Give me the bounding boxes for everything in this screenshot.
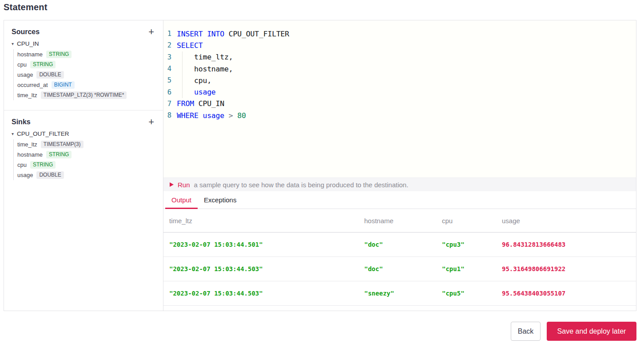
code-text: hostname,	[177, 65, 233, 73]
field-type-badge: TIMESTAMP_LTZ(3) *ROWTIME*	[41, 91, 127, 99]
column-header: usage	[502, 217, 636, 225]
sinks-title: Sinks	[12, 118, 31, 126]
field-name: hostname	[17, 151, 43, 158]
field-type-badge: STRING	[30, 61, 56, 68]
column-header: cpu	[442, 217, 502, 225]
add-sink-button[interactable]: +	[148, 118, 154, 126]
code-token	[224, 111, 229, 120]
field-name: hostname	[17, 51, 43, 58]
back-button[interactable]: Back	[511, 322, 541, 341]
line-number: 5	[163, 76, 177, 84]
code-text: WHERE usage > 80	[177, 111, 246, 120]
tab-output[interactable]: Output	[165, 191, 198, 209]
code-line: 4 hostname,	[163, 63, 636, 75]
table-cell: "doc"	[364, 241, 442, 248]
field-name: usage	[17, 172, 33, 178]
sinks-panel-header: Sinks +	[12, 118, 154, 126]
table-row: "2023-02-07 15:03:44.501""doc""cpu3"96.8…	[163, 233, 636, 257]
code-token: time_ltz,	[177, 53, 233, 61]
caret-down-icon: ▾	[12, 41, 14, 46]
table-cell: "2023-02-07 15:03:44.501"	[169, 241, 364, 248]
code-line: 3 time_ltz,	[163, 51, 636, 63]
column-header: hostname	[364, 217, 442, 225]
sink-table-name: CPU_OUT_FILTER	[17, 130, 69, 137]
sources-panel-header: Sources +	[12, 28, 154, 36]
output-table-body: "2023-02-07 15:03:44.501""doc""cpu3"96.8…	[163, 233, 636, 306]
run-message: a sample query to see how the data is be…	[194, 181, 409, 189]
field-row: occurred_atBIGINT	[17, 80, 154, 90]
field-type-badge: BIGINT	[52, 81, 75, 89]
output-table-header: time_ltzhostnamecpuusage	[163, 209, 636, 233]
field-row: time_ltzTIMESTAMP(3)	[17, 139, 154, 150]
sources-title: Sources	[12, 28, 40, 36]
indent-guide	[182, 51, 183, 98]
code-token: FROM	[177, 99, 194, 108]
field-type-badge: DOUBLE	[36, 71, 64, 79]
field-row: hostnameSTRING	[17, 150, 154, 160]
field-row: cpuSTRING	[17, 59, 154, 70]
code-line: 8WHERE usage > 80	[163, 110, 636, 121]
field-type-badge: DOUBLE	[36, 171, 64, 179]
field-name: time_ltz	[17, 92, 37, 99]
field-type-badge: TIMESTAMP(3)	[41, 141, 83, 148]
line-number: 8	[163, 111, 177, 119]
sources-field-list: hostnameSTRINGcpuSTRINGusageDOUBLEoccurr…	[13, 49, 154, 100]
table-row: "2023-02-07 15:03:44.503""doc""cpu1"95.3…	[163, 257, 636, 281]
code-line: 5 cpu,	[163, 75, 636, 86]
table-row: "2023-02-07 15:03:44.503""sneezy""cpu5"9…	[163, 281, 636, 306]
schema-sidebar: Sources + ▾ CPU_IN hostnameSTRINGcpuSTRI…	[4, 20, 163, 311]
source-table-cpu-in[interactable]: ▾ CPU_IN	[12, 40, 154, 47]
table-cell: "sneezy"	[364, 290, 442, 297]
caret-down-icon: ▾	[12, 131, 14, 136]
line-number: 1	[163, 30, 177, 38]
field-row: cpuSTRING	[17, 160, 154, 170]
code-token: usage	[203, 111, 224, 120]
sql-editor[interactable]: 1INSERT INTO CPU_OUT_FILTER2SELECT3 time…	[163, 20, 636, 177]
code-token: CPU_OUT_FILTER	[224, 30, 289, 38]
table-cell: "2023-02-07 15:03:44.503"	[169, 265, 364, 272]
code-token: WHERE	[177, 111, 199, 120]
tabs: OutputExceptions	[163, 191, 636, 209]
table-cell: "cpu3"	[442, 241, 502, 248]
field-row: time_ltzTIMESTAMP_LTZ(3) *ROWTIME*	[17, 90, 154, 100]
line-number: 3	[163, 53, 177, 61]
line-number: 6	[163, 88, 177, 96]
code-line: 6 usage	[163, 86, 636, 98]
save-and-deploy-button[interactable]: Save and deploy later	[547, 322, 636, 341]
run-button[interactable]: Run	[178, 181, 190, 189]
play-icon[interactable]	[170, 182, 174, 187]
table-cell: "doc"	[364, 265, 442, 272]
code-token: usage	[194, 88, 216, 96]
code-token: hostname,	[177, 65, 233, 73]
sinks-field-list: time_ltzTIMESTAMP(3)hostnameSTRINGcpuSTR…	[13, 139, 154, 180]
table-cell: 96.84312813666483	[502, 241, 636, 248]
field-row: usageDOUBLE	[17, 70, 154, 80]
table-cell: 95.56438403055107	[502, 290, 636, 297]
code-token: INSERT INTO	[177, 30, 224, 38]
code-line: 1INSERT INTO CPU_OUT_FILTER	[163, 28, 636, 39]
field-row: hostnameSTRING	[17, 49, 154, 59]
table-cell: 95.31649806691922	[502, 265, 636, 272]
field-type-badge: STRING	[30, 161, 56, 169]
sink-table-cpu-out-filter[interactable]: ▾ CPU_OUT_FILTER	[12, 130, 154, 137]
statement-container: Sources + ▾ CPU_IN hostnameSTRINGcpuSTRI…	[4, 20, 636, 311]
column-header: time_ltz	[169, 217, 364, 225]
code-text: SELECT	[177, 41, 203, 50]
line-number: 2	[163, 41, 177, 49]
code-text: FROM CPU_IN	[177, 99, 224, 108]
code-token	[199, 111, 203, 120]
field-name: time_ltz	[17, 141, 37, 148]
field-row: usageDOUBLE	[17, 170, 154, 180]
tab-exceptions[interactable]: Exceptions	[198, 191, 242, 209]
code-token	[233, 111, 238, 120]
page-title: Statement	[4, 2, 48, 12]
add-source-button[interactable]: +	[148, 28, 154, 36]
code-line: 7FROM CPU_IN	[163, 98, 636, 110]
table-cell: "cpu1"	[442, 265, 502, 272]
line-number: 4	[163, 65, 177, 73]
source-table-name: CPU_IN	[17, 40, 39, 47]
field-name: occurred_at	[17, 82, 48, 88]
sinks-panel: Sinks + ▾ CPU_OUT_FILTER time_ltzTIMESTA…	[4, 110, 163, 190]
output-table: time_ltzhostnamecpuusage "2023-02-07 15:…	[163, 209, 636, 311]
line-number: 7	[163, 100, 177, 108]
